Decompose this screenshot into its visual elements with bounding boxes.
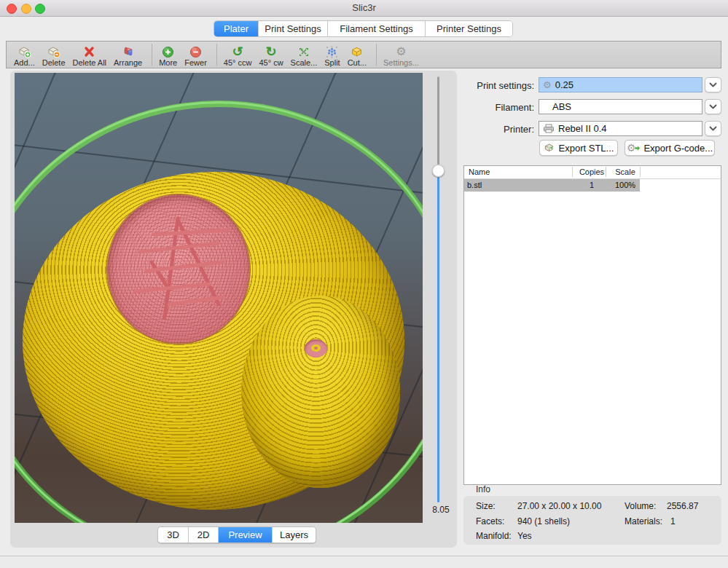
filament-combo[interactable]: ABS <box>539 99 702 114</box>
view-preview-button[interactable]: Preview <box>219 527 273 543</box>
layer-slider-thumb[interactable] <box>432 165 445 177</box>
view-mode-buttons: 3D 2D Preview Layers <box>157 526 316 543</box>
layer-slider-track-upper[interactable] <box>437 76 439 165</box>
export-gcode-button[interactable]: ⚙ Export G-code... <box>625 140 715 156</box>
print-settings-combo[interactable]: ⚙ 0.25 <box>539 77 702 92</box>
rotate-cw-icon: ↻ <box>265 45 276 58</box>
view-2d-button[interactable]: 2D <box>189 527 219 543</box>
settings-label: Settings... <box>383 58 419 67</box>
volume-value: 2556.87 <box>667 501 698 511</box>
export-gcode-label: Export G-code... <box>643 143 713 154</box>
size-label: Size: <box>476 501 496 511</box>
materials-value: 1 <box>670 516 676 526</box>
facets-value: 940 (1 shells) <box>517 516 570 526</box>
add-label: Add... <box>14 58 35 67</box>
tab-plater[interactable]: Plater <box>214 21 259 36</box>
preview-3d-viewport[interactable] <box>15 73 423 523</box>
filament-dropdown-button[interactable] <box>705 99 721 114</box>
add-box-icon <box>17 45 31 58</box>
split-label: Split <box>324 58 340 67</box>
fewer-button[interactable]: Fewer <box>184 42 207 67</box>
small-dome-top-dot <box>314 347 318 350</box>
red-minus-icon <box>189 45 202 58</box>
export-stl-label: Export STL... <box>559 143 614 154</box>
tab-print-settings[interactable]: Print Settings <box>259 21 328 36</box>
delete-all-button[interactable]: Delete All <box>73 42 106 67</box>
arrange-cubes-icon <box>122 45 135 58</box>
column-header-scale[interactable]: Scale <box>608 167 642 176</box>
export-stl-button[interactable]: Export STL... <box>539 140 618 156</box>
tab-printer-settings[interactable]: Printer Settings <box>426 21 512 36</box>
fewer-label: Fewer <box>184 58 207 67</box>
view-3d-button[interactable]: 3D <box>158 527 189 543</box>
filament-label: Filament: <box>461 102 534 113</box>
cut-label: Cut... <box>348 58 367 67</box>
add-button[interactable]: Add... <box>14 42 35 67</box>
rotate-ccw-icon: ↺ <box>232 45 243 58</box>
chevron-down-icon <box>709 104 717 110</box>
object-list[interactable]: Name Copies Scale b.stl 1 100% <box>463 165 721 485</box>
manifold-value: Yes <box>517 531 532 541</box>
large-dome-infill-top <box>106 194 251 344</box>
more-button[interactable]: More <box>159 42 177 67</box>
export-stl-icon <box>544 143 556 154</box>
object-row-selected[interactable]: b.stl 1 100% <box>464 179 640 192</box>
slic3r-window: Slic3r Plater Print Settings Filament Se… <box>0 0 728 568</box>
volume-label: Volume: <box>625 501 656 511</box>
layer-height-value: 8.05 <box>426 505 456 515</box>
column-header-name[interactable]: Name <box>469 167 490 176</box>
scale-button[interactable]: Scale... <box>291 42 318 67</box>
print-settings-gear-icon: ⚙ <box>543 79 552 90</box>
rotate-ccw-label: 45° ccw <box>224 58 252 67</box>
model-small-dome[interactable] <box>241 296 400 488</box>
chevron-down-icon <box>709 82 717 88</box>
manifold-label: Manifold: <box>476 531 512 541</box>
info-section-title: Info <box>476 484 490 494</box>
rotate-ccw-button[interactable]: ↺ 45° ccw <box>224 42 252 67</box>
export-gcode-arrow-icon <box>634 145 641 151</box>
plater-toolbar: Add... Delete Delete All Arrange M <box>6 41 721 68</box>
printer-combo[interactable]: Rebel II 0.4 <box>539 121 702 136</box>
sparse-infill-lines <box>108 195 251 344</box>
printer-label: Printer: <box>461 124 534 135</box>
facets-label: Facets: <box>476 516 504 526</box>
toolbar-separator <box>376 44 377 66</box>
tab-filament-settings[interactable]: Filament Settings <box>328 21 426 36</box>
toolbar-separator <box>152 44 152 66</box>
arrange-label: Arrange <box>114 58 142 67</box>
scale-label: Scale... <box>291 58 318 67</box>
column-header-copies[interactable]: Copies <box>575 167 608 176</box>
more-label: More <box>159 58 177 67</box>
rotate-cw-button[interactable]: ↻ 45° cw <box>259 42 283 67</box>
arrange-button[interactable]: Arrange <box>114 42 142 67</box>
column-divider <box>640 167 641 177</box>
object-scale: 100% <box>608 181 642 189</box>
split-dots-icon <box>326 45 338 58</box>
window-title: Slic3r <box>0 2 728 13</box>
scale-arrows-icon <box>297 45 310 58</box>
column-divider <box>572 167 573 177</box>
printer-value: Rebel II 0.4 <box>558 123 607 134</box>
print-settings-dropdown-button[interactable] <box>705 77 721 92</box>
toolbar-separator <box>216 44 217 66</box>
cut-box-icon <box>350 45 364 58</box>
object-copies: 1 <box>575 181 608 189</box>
layer-slider-track-lower[interactable] <box>437 177 439 502</box>
rotate-cw-label: 45° cw <box>259 58 283 67</box>
settings-button[interactable]: ⚙ Settings... <box>383 42 419 67</box>
delete-button[interactable]: Delete <box>42 42 66 67</box>
print-settings-value: 0.25 <box>555 79 574 90</box>
green-plus-icon <box>162 45 174 58</box>
object-name: b.stl <box>467 181 482 189</box>
red-x-icon <box>83 45 95 58</box>
view-layers-button[interactable]: Layers <box>273 527 316 543</box>
cut-button[interactable]: Cut... <box>348 42 367 67</box>
split-button[interactable]: Split <box>324 42 340 67</box>
delete-box-icon <box>47 45 60 58</box>
column-divider <box>606 167 606 177</box>
printer-dropdown-button[interactable] <box>705 121 721 136</box>
gear-icon: ⚙ <box>396 45 406 58</box>
titlebar: Slic3r <box>0 0 728 17</box>
window-bottom-strip <box>0 556 728 568</box>
delete-all-label: Delete All <box>73 58 106 67</box>
